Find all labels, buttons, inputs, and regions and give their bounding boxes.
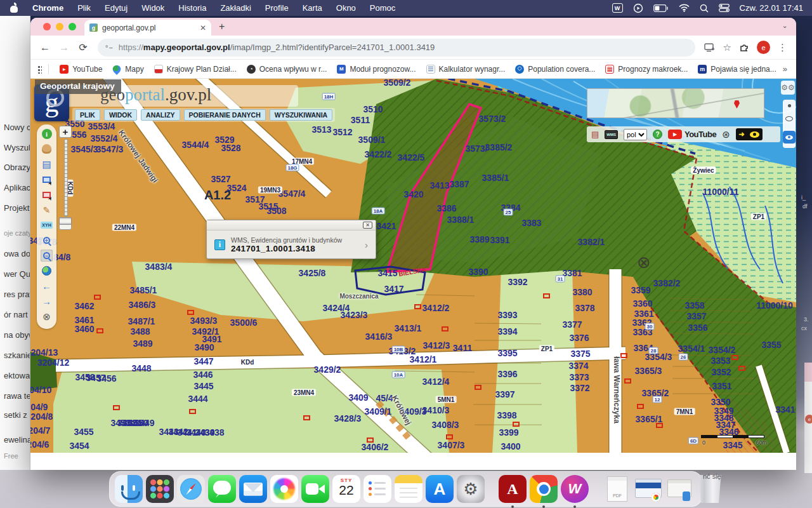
site-settings-icon[interactable]: °− — [105, 44, 114, 51]
settings-dock-icon[interactable]: ⚙ — [457, 475, 485, 503]
bookmark-star-icon[interactable]: ☆ — [723, 42, 731, 53]
attribute-table-icon[interactable]: ▤ — [41, 158, 53, 170]
zoom-in-tool-icon[interactable]: + — [41, 234, 53, 246]
apple-menu-icon[interactable] — [10, 3, 18, 13]
popup-title-bar[interactable]: ✕ — [207, 220, 376, 231]
wps-dock-icon[interactable]: W — [561, 475, 589, 503]
zoom-slider-track[interactable] — [64, 139, 68, 217]
zoom-in-button[interactable]: + — [59, 126, 72, 138]
reminders-dock-icon[interactable] — [363, 475, 391, 503]
playback-status-icon[interactable] — [633, 3, 643, 13]
photos-dock-icon[interactable] — [270, 475, 298, 503]
fullscreen-window-button[interactable] — [69, 23, 76, 30]
window-controls[interactable] — [43, 23, 76, 30]
notes-dock-icon[interactable] — [395, 475, 422, 503]
battery-icon[interactable] — [653, 4, 669, 12]
menu-okno[interactable]: Okno — [336, 3, 356, 13]
visibility-toggle[interactable]: ➜ — [736, 128, 763, 140]
calendar-dock-icon[interactable]: STY22 — [332, 475, 360, 503]
eye-toggle-icon[interactable] — [785, 116, 793, 121]
compass-settings-icon[interactable]: ⊛ — [722, 129, 730, 140]
reload-button[interactable]: ⟳ — [75, 41, 91, 53]
save-page-icon[interactable] — [704, 43, 716, 52]
menu-widok[interactable]: Widok — [141, 3, 164, 13]
tab-close-icon[interactable]: ✕ — [200, 23, 206, 32]
zoom-out-tool-icon[interactable]: − — [41, 250, 53, 262]
mail-dock-icon[interactable] — [239, 475, 267, 503]
bookmark-item[interactable]: Krajowy Plan Dział... — [149, 63, 242, 76]
extensions-icon[interactable] — [739, 43, 749, 53]
dot-toggle-icon[interactable] — [788, 104, 791, 107]
identify-tool-icon[interactable]: i — [41, 128, 53, 140]
gp-menu-pobieranie-danych[interactable]: POBIERANIE DANYCH — [184, 109, 266, 121]
win1-dock-icon[interactable] — [634, 475, 662, 503]
safari-dock-icon[interactable] — [177, 475, 205, 503]
minimize-window-button[interactable] — [56, 23, 63, 30]
overview-minimap[interactable] — [587, 88, 764, 118]
browser-tab[interactable]: g geoportal.gov.pl ✕ — [84, 20, 211, 36]
coordinates-xyh-icon[interactable]: XYH — [41, 219, 53, 231]
select-rectangle-icon[interactable] — [41, 173, 53, 185]
measure-tool-icon[interactable]: ✎ — [41, 204, 53, 216]
menu-pomoc[interactable]: Pomoc — [370, 3, 395, 13]
menu-zakładki[interactable]: Zakładki — [220, 3, 251, 13]
full-extent-globe-icon[interactable] — [41, 265, 53, 277]
bookmark-item[interactable]: YouTube — [55, 63, 107, 76]
pdf-dock-icon[interactable] — [603, 475, 631, 503]
youtube-link[interactable]: ▶YouTube — [668, 130, 716, 139]
default-extent-icon[interactable]: ⊗ — [41, 311, 53, 323]
gp-menu-widok[interactable]: WIDOK — [104, 109, 137, 121]
finder-dock-icon[interactable] — [115, 475, 143, 503]
wps-status-icon[interactable]: W — [612, 3, 623, 13]
profile-avatar[interactable]: e — [757, 41, 770, 54]
bookmarks-overflow-icon[interactable]: » — [783, 64, 790, 74]
close-window-button[interactable] — [43, 23, 51, 30]
map-canvas[interactable]: 3509/235103511351335123509/13422/23422/5… — [30, 79, 796, 453]
gp-menu-plik[interactable]: PLIK — [75, 109, 100, 121]
spotlight-search-icon[interactable] — [700, 4, 709, 13]
gp-menu-analizy[interactable]: ANALIZY — [141, 109, 180, 121]
bookmark-item[interactable]: Moduł prognozow... — [332, 63, 421, 76]
wms-services-icon[interactable]: WMS — [605, 130, 618, 139]
pan-tool-icon[interactable] — [41, 143, 53, 155]
new-tab-button[interactable]: + — [219, 21, 225, 32]
launchpad-dock-icon[interactable] — [146, 475, 174, 503]
popup-close-icon[interactable]: ✕ — [363, 222, 372, 229]
appstore-dock-icon[interactable]: A — [426, 475, 454, 503]
chrome-dock-icon[interactable] — [530, 475, 558, 503]
menu-plik[interactable]: Plik — [77, 3, 91, 13]
bookmark-item[interactable]: Ocena wpływu w r... — [242, 63, 332, 76]
language-select[interactable]: pol — [624, 129, 647, 140]
map-gears-button[interactable]: ⚙⚙ — [781, 81, 795, 95]
control-center-icon[interactable] — [719, 4, 730, 12]
menu-chrome[interactable]: Chrome — [32, 3, 63, 13]
popup-expand-chevron-icon[interactable]: › — [365, 239, 370, 250]
help-icon[interactable]: ? — [653, 130, 662, 139]
bookmark-item[interactable]: Population covera... — [510, 63, 600, 76]
url-text[interactable]: https://mapy.geoportal.gov.pl/imap/Imgp_… — [119, 43, 435, 52]
menu-edytuj[interactable]: Edytuj — [105, 3, 128, 13]
chrome-menu-icon[interactable]: ⋮ — [778, 42, 787, 53]
back-button[interactable]: ← — [37, 42, 53, 53]
tab-search-chevron-icon[interactable]: ⌄ — [780, 22, 790, 32]
menubar-clock[interactable]: Czw. 22.01 17:41 — [740, 3, 803, 13]
facetime-dock-icon[interactable] — [301, 475, 329, 503]
bookmark-item[interactable]: Mapy — [107, 63, 148, 76]
next-view-icon[interactable]: → — [41, 295, 53, 307]
bookmark-item[interactable]: Pojawia się jedna... — [693, 63, 781, 76]
menu-historia[interactable]: Historia — [178, 3, 206, 13]
legend-icon[interactable]: ▤ — [591, 130, 599, 139]
active-eye-toggle-icon[interactable] — [783, 131, 796, 144]
previous-view-icon[interactable]: ← — [41, 280, 53, 292]
gp-menu-wyszukiwania[interactable]: WYSZUKIWANIA — [270, 109, 332, 121]
forward-button[interactable]: → — [56, 42, 72, 53]
bookmark-item[interactable]: Prognozy makroek... — [600, 63, 693, 76]
win2-dock-icon[interactable] — [665, 475, 693, 503]
address-bar[interactable]: °− https://mapy.geoportal.gov.pl/imap/Im… — [98, 39, 695, 57]
zoom-slider-handle[interactable] — [59, 217, 72, 225]
messages-dock-icon[interactable] — [208, 475, 236, 503]
apps-grid-icon[interactable] — [37, 65, 42, 74]
menu-karta[interactable]: Karta — [303, 3, 322, 13]
wifi-icon[interactable] — [679, 4, 690, 12]
acrobat-dock-icon[interactable]: A — [499, 475, 527, 503]
